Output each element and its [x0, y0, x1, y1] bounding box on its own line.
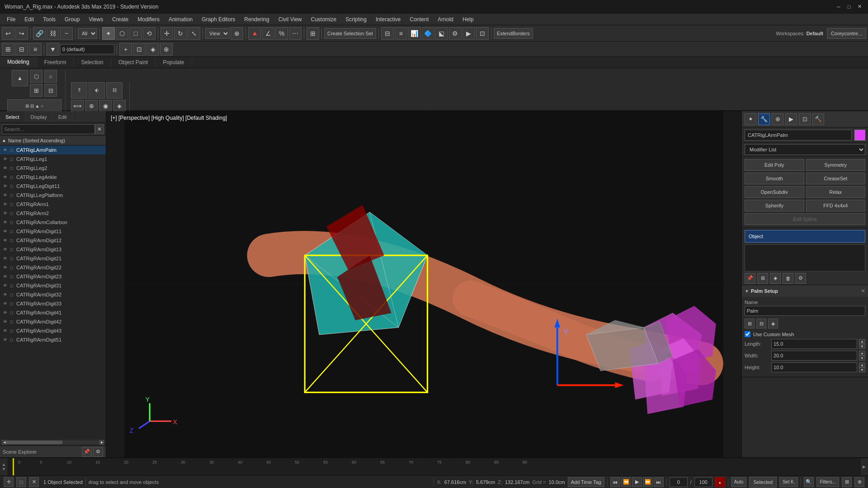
palm-name-input[interactable] [745, 306, 865, 316]
timeline-track[interactable]: 0 5 10 15 20 25 30 35 40 45 50 55 60 65 … [8, 458, 860, 475]
prev-frame-button[interactable]: ⏪ [621, 477, 631, 487]
viewport[interactable]: [+] [Perspective] [High Quality] [Defaul… [106, 111, 741, 457]
ribbon-enable-in-vp[interactable]: ⊞ ⊟ ▲ ○ [7, 99, 61, 112]
visibility-icon-12[interactable]: 👁 [2, 255, 8, 262]
se-item-6[interactable]: 👁 ◻ CATRigRArm1 [0, 200, 106, 209]
visibility-icon-6[interactable]: 👁 [2, 201, 8, 207]
palm-setup-header[interactable]: ▼ Palm Setup ✕ [742, 285, 868, 297]
schematic-view-button[interactable]: 🔷 [422, 27, 434, 40]
visibility-icon-18[interactable]: 👁 [2, 310, 8, 316]
ffd-button[interactable]: FFD 4x4x4 [806, 200, 866, 211]
section-close-button[interactable]: ✕ [861, 288, 865, 294]
se-item-12[interactable]: 👁 ◻ CATRigRArmDigit21 [0, 254, 106, 263]
current-layer-input[interactable] [60, 44, 114, 54]
menu-create[interactable]: Create [108, 15, 133, 23]
ribbon-face-btn[interactable]: ⊞ [30, 84, 42, 97]
select-cycle-button[interactable]: ⟲ [143, 27, 156, 40]
add-to-layer-button[interactable]: + [119, 43, 132, 56]
length-input[interactable] [771, 339, 857, 349]
status-more-1[interactable]: ⊞ [842, 477, 852, 487]
height-spinner-down[interactable]: ▼ [859, 367, 865, 372]
ribbon-tab-populate[interactable]: Populate [156, 57, 192, 67]
status-more-2[interactable]: ⊕ [854, 477, 864, 487]
se-item-17[interactable]: 👁 ◻ CATRigRArmDigit33 [0, 299, 106, 308]
mirror-button[interactable]: ⊞ [307, 27, 319, 40]
visibility-icon-5[interactable]: 👁 [2, 192, 8, 198]
search-clear-button[interactable]: ✕ [95, 124, 104, 134]
pin-stack-icon[interactable]: 📌 [745, 273, 755, 284]
se-item-2[interactable]: 👁 ◻ CATRigLLeg2 [0, 164, 106, 173]
visibility-icon-13[interactable]: 👁 [2, 264, 8, 271]
timeline-right-arrow[interactable]: ▶ [863, 465, 866, 469]
se-item-1[interactable]: 👁 ◻ CATRigLLeg1 [0, 155, 106, 164]
visibility-icon-11[interactable]: 👁 [2, 246, 8, 253]
modifier-list-dropdown[interactable]: Modifier List [745, 144, 865, 155]
go-start-button[interactable]: ⏮ [610, 477, 620, 487]
total-frames-input[interactable] [694, 477, 712, 487]
timeline-arrow-down[interactable]: ▼ [2, 467, 6, 471]
go-end-button[interactable]: ⏭ [654, 477, 664, 487]
new-layer-button[interactable]: ⊞ [2, 43, 14, 56]
length-spinner-down[interactable]: ▼ [859, 344, 865, 349]
se-tab-display[interactable]: Display [25, 111, 53, 122]
visibility-icon-17[interactable]: 👁 [2, 300, 8, 307]
menu-civil-view[interactable]: Civil View [274, 15, 307, 23]
visibility-icon-20[interactable]: 👁 [2, 328, 8, 334]
se-scroll-right[interactable]: ▶ [99, 440, 104, 445]
rp-utilities-icon[interactable]: 🔨 [812, 113, 824, 125]
graph-editor-button[interactable]: 📊 [408, 27, 421, 40]
select-region-button[interactable]: ⬡ [116, 27, 128, 40]
make-unique-icon[interactable]: ◈ [770, 273, 781, 284]
se-item-18[interactable]: 👁 ◻ CATRigRArmDigit41 [0, 308, 106, 317]
undo-button[interactable]: ↩ [2, 27, 14, 40]
menu-content[interactable]: Content [405, 15, 433, 23]
rp-modify-icon[interactable]: 🔧 [758, 113, 770, 125]
menu-customize[interactable]: Customize [307, 15, 341, 23]
height-input[interactable] [771, 362, 857, 372]
palm-icon-3[interactable]: ◈ [768, 319, 778, 328]
scene-explorer-list[interactable]: 👁 ◻ CATRigLArmPalm 👁 ◻ CATRigLLeg1 👁 ◻ C… [0, 145, 106, 439]
menu-tools[interactable]: Tools [38, 15, 60, 23]
rp-hierarchy-icon[interactable]: ⊕ [772, 113, 783, 125]
ribbon-tab-modeling[interactable]: Modeling [0, 57, 37, 68]
palm-icon-2[interactable]: ⊟ [756, 319, 766, 328]
menu-scripting[interactable]: Scripting [341, 15, 371, 23]
bind-space-warp[interactable]: ~ [60, 27, 73, 40]
height-spinner-up[interactable]: ▲ [859, 362, 865, 367]
spinner-snap[interactable]: ⋯ [289, 27, 302, 40]
ribbon-connect[interactable]: ⊕ [85, 100, 98, 113]
se-scroll-thumb[interactable] [6, 441, 62, 444]
width-spinner-up[interactable]: ▲ [859, 351, 865, 356]
highlight-layer[interactable]: ◈ [146, 43, 159, 56]
use-pivot-button[interactable]: ⊕ [231, 27, 243, 40]
rp-motion-icon[interactable]: ▶ [785, 113, 797, 125]
se-tab-select[interactable]: Select [0, 111, 25, 122]
play-button[interactable]: ▶ [632, 477, 642, 487]
status-icon2[interactable]: □ [16, 477, 26, 487]
width-input[interactable] [771, 351, 857, 361]
extend-borders-button[interactable]: ExtendBorders [494, 28, 533, 39]
se-item-5[interactable]: 👁 ◻ CATRigLLegPlatform [0, 191, 106, 200]
layer-props[interactable]: ⊕ [160, 43, 173, 56]
user-account-button[interactable]: Coreycontre... [827, 28, 866, 39]
visibility-icon-10[interactable]: 👁 [2, 237, 8, 244]
minimize-button[interactable]: ─ [835, 3, 843, 11]
set-key-button[interactable]: ⬥ [715, 477, 725, 487]
material-editor-button[interactable]: ⬕ [435, 27, 448, 40]
se-item-13[interactable]: 👁 ◻ CATRigRArmDigit22 [0, 263, 106, 272]
scale-button[interactable]: ⤡ [188, 27, 200, 40]
visibility-icon-2[interactable]: 👁 [2, 165, 8, 171]
se-scroll-left[interactable]: ◀ [2, 440, 6, 445]
create-selection-set-button[interactable]: Create Selection Set [324, 28, 376, 39]
se-item-4[interactable]: 👁 ◻ CATRigLLegDigit11 [0, 182, 106, 191]
menu-file[interactable]: File [2, 15, 20, 23]
crease-set-button[interactable]: CreaseSet [806, 173, 866, 184]
search-button[interactable]: 🔍 [804, 477, 814, 487]
next-frame-button[interactable]: ⏩ [643, 477, 653, 487]
select-button[interactable]: ✦ [102, 27, 115, 40]
visibility-icon-15[interactable]: 👁 [2, 282, 8, 289]
align-button[interactable]: ⊟ [381, 27, 394, 40]
unlink-button[interactable]: ⛓ [47, 27, 59, 40]
menu-modifiers[interactable]: Modifiers [133, 15, 164, 23]
spherify-button[interactable]: Spherify [745, 200, 804, 211]
